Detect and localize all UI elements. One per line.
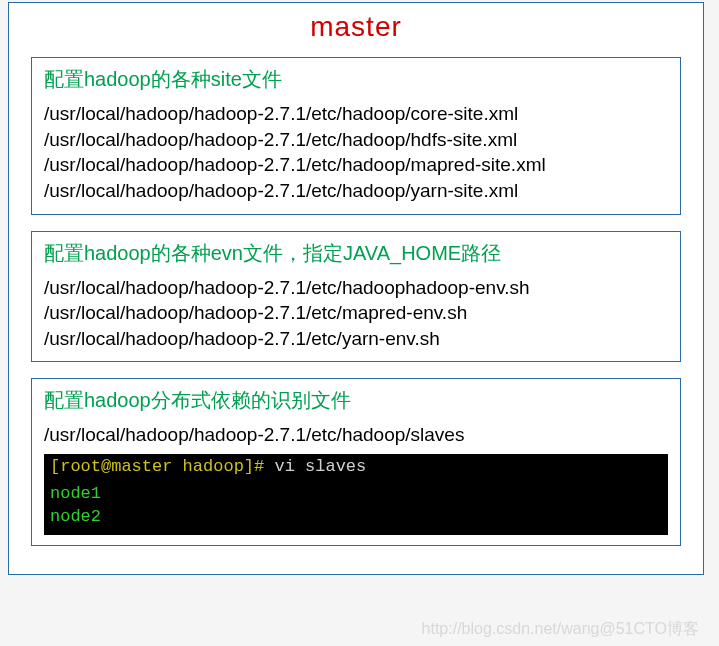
section-header: 配置hadoop分布式依赖的识别文件 (44, 387, 668, 414)
terminal-command: vi slaves (264, 457, 366, 476)
section-header: 配置hadoop的各种site文件 (44, 66, 668, 93)
section-slaves: 配置hadoop分布式依赖的识别文件 /usr/local/hadoop/had… (31, 378, 681, 545)
terminal-line: node2 (50, 506, 662, 529)
section-env-files: 配置hadoop的各种evn文件，指定JAVA_HOME路径 /usr/loca… (31, 231, 681, 363)
terminal-output: [root@master hadoop]# vi slaves node1 no… (44, 454, 668, 535)
terminal-line: node1 (50, 483, 662, 506)
path-line: /usr/local/hadoop/hadoop-2.7.1/etc/hadoo… (44, 275, 668, 301)
terminal-prompt: [root@master hadoop]# (50, 457, 264, 476)
watermark: http://blog.csdn.net/wang@51CTO博客 (422, 619, 699, 640)
path-line: /usr/local/hadoop/hadoop-2.7.1/etc/mapre… (44, 300, 668, 326)
page-title: master (9, 3, 703, 57)
path-line: /usr/local/hadoop/hadoop-2.7.1/etc/hadoo… (44, 178, 668, 204)
section-site-files: 配置hadoop的各种site文件 /usr/local/hadoop/hado… (31, 57, 681, 215)
path-line: /usr/local/hadoop/hadoop-2.7.1/etc/hadoo… (44, 101, 668, 127)
path-line: /usr/local/hadoop/hadoop-2.7.1/etc/hadoo… (44, 152, 668, 178)
path-line: /usr/local/hadoop/hadoop-2.7.1/etc/yarn-… (44, 326, 668, 352)
path-line: /usr/local/hadoop/hadoop-2.7.1/etc/hadoo… (44, 127, 668, 153)
section-header: 配置hadoop的各种evn文件，指定JAVA_HOME路径 (44, 240, 668, 267)
path-line: /usr/local/hadoop/hadoop-2.7.1/etc/hadoo… (44, 422, 668, 448)
outer-container: master 配置hadoop的各种site文件 /usr/local/hado… (8, 2, 704, 575)
terminal-line: [root@master hadoop]# vi slaves (50, 456, 662, 479)
